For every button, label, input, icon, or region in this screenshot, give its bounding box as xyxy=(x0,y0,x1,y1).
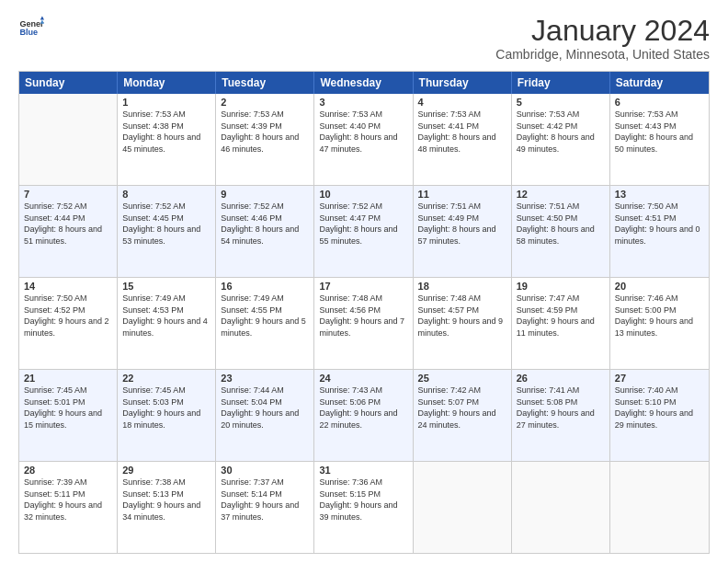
header-day-friday: Friday xyxy=(512,72,610,94)
day-number: 10 xyxy=(319,189,407,200)
header: General Blue January 2024 Cambridge, Min… xyxy=(18,15,710,62)
cell-info: Sunrise: 7:53 AM Sunset: 4:43 PM Dayligh… xyxy=(615,109,704,155)
calendar-cell: 10Sunrise: 7:52 AM Sunset: 4:47 PM Dayli… xyxy=(314,186,413,277)
cell-info: Sunrise: 7:41 AM Sunset: 5:08 PM Dayligh… xyxy=(517,385,605,431)
cell-info: Sunrise: 7:43 AM Sunset: 5:06 PM Dayligh… xyxy=(319,385,407,431)
header-day-saturday: Saturday xyxy=(610,72,709,94)
day-number: 28 xyxy=(24,465,112,476)
header-day-tuesday: Tuesday xyxy=(216,72,314,94)
day-number: 11 xyxy=(418,189,506,200)
cell-info: Sunrise: 7:52 AM Sunset: 4:44 PM Dayligh… xyxy=(24,201,112,247)
calendar-cell: 29Sunrise: 7:38 AM Sunset: 5:13 PM Dayli… xyxy=(118,462,216,553)
logo-icon: General Blue xyxy=(18,15,44,40)
calendar-cell: 13Sunrise: 7:50 AM Sunset: 4:51 PM Dayli… xyxy=(610,186,709,277)
day-number: 16 xyxy=(221,281,309,292)
calendar-cell: 30Sunrise: 7:37 AM Sunset: 5:14 PM Dayli… xyxy=(216,462,314,553)
calendar-cell: 18Sunrise: 7:48 AM Sunset: 4:57 PM Dayli… xyxy=(414,278,512,369)
day-number: 19 xyxy=(517,281,605,292)
day-number: 5 xyxy=(517,97,605,108)
cell-info: Sunrise: 7:45 AM Sunset: 5:03 PM Dayligh… xyxy=(122,385,210,431)
header-day-thursday: Thursday xyxy=(414,72,512,94)
day-number: 4 xyxy=(418,97,506,108)
calendar-cell xyxy=(414,462,512,553)
day-number: 21 xyxy=(24,373,112,384)
cell-info: Sunrise: 7:42 AM Sunset: 5:07 PM Dayligh… xyxy=(418,385,506,431)
calendar-cell: 17Sunrise: 7:48 AM Sunset: 4:56 PM Dayli… xyxy=(314,278,413,369)
cell-info: Sunrise: 7:50 AM Sunset: 4:51 PM Dayligh… xyxy=(615,201,704,247)
calendar-cell: 9Sunrise: 7:52 AM Sunset: 4:46 PM Daylig… xyxy=(216,186,314,277)
cell-info: Sunrise: 7:50 AM Sunset: 4:52 PM Dayligh… xyxy=(24,293,112,339)
cell-info: Sunrise: 7:39 AM Sunset: 5:11 PM Dayligh… xyxy=(24,477,112,523)
calendar-cell: 22Sunrise: 7:45 AM Sunset: 5:03 PM Dayli… xyxy=(118,370,216,461)
day-number: 2 xyxy=(221,97,309,108)
calendar-cell: 21Sunrise: 7:45 AM Sunset: 5:01 PM Dayli… xyxy=(19,370,118,461)
svg-text:Blue: Blue xyxy=(19,28,38,37)
calendar-body: 1Sunrise: 7:53 AM Sunset: 4:38 PM Daylig… xyxy=(19,94,709,553)
calendar-cell xyxy=(512,462,610,553)
calendar-cell: 12Sunrise: 7:51 AM Sunset: 4:50 PM Dayli… xyxy=(512,186,610,277)
cell-info: Sunrise: 7:52 AM Sunset: 4:46 PM Dayligh… xyxy=(221,201,309,247)
cell-info: Sunrise: 7:52 AM Sunset: 4:47 PM Dayligh… xyxy=(319,201,407,247)
cell-info: Sunrise: 7:51 AM Sunset: 4:50 PM Dayligh… xyxy=(517,201,605,247)
cell-info: Sunrise: 7:53 AM Sunset: 4:38 PM Dayligh… xyxy=(122,109,210,155)
calendar-cell: 5Sunrise: 7:53 AM Sunset: 4:42 PM Daylig… xyxy=(512,94,610,185)
calendar: SundayMondayTuesdayWednesdayThursdayFrid… xyxy=(18,71,710,554)
cell-info: Sunrise: 7:48 AM Sunset: 4:57 PM Dayligh… xyxy=(418,293,506,339)
cell-info: Sunrise: 7:47 AM Sunset: 4:59 PM Dayligh… xyxy=(517,293,605,339)
day-number: 26 xyxy=(517,373,605,384)
cell-info: Sunrise: 7:49 AM Sunset: 4:53 PM Dayligh… xyxy=(122,293,210,339)
cell-info: Sunrise: 7:36 AM Sunset: 5:15 PM Dayligh… xyxy=(319,477,407,523)
header-day-monday: Monday xyxy=(118,72,216,94)
day-number: 14 xyxy=(24,281,112,292)
cell-info: Sunrise: 7:53 AM Sunset: 4:41 PM Dayligh… xyxy=(418,109,506,155)
calendar-cell: 20Sunrise: 7:46 AM Sunset: 5:00 PM Dayli… xyxy=(610,278,709,369)
calendar-cell: 25Sunrise: 7:42 AM Sunset: 5:07 PM Dayli… xyxy=(414,370,512,461)
day-number: 30 xyxy=(221,465,309,476)
day-number: 23 xyxy=(221,373,309,384)
day-number: 7 xyxy=(24,189,112,200)
calendar-cell: 31Sunrise: 7:36 AM Sunset: 5:15 PM Dayli… xyxy=(314,462,413,553)
day-number: 27 xyxy=(615,373,704,384)
calendar-cell: 14Sunrise: 7:50 AM Sunset: 4:52 PM Dayli… xyxy=(19,278,118,369)
calendar-cell: 16Sunrise: 7:49 AM Sunset: 4:55 PM Dayli… xyxy=(216,278,314,369)
calendar-cell: 8Sunrise: 7:52 AM Sunset: 4:45 PM Daylig… xyxy=(118,186,216,277)
calendar-cell xyxy=(19,94,118,185)
day-number: 18 xyxy=(418,281,506,292)
day-number: 1 xyxy=(122,97,210,108)
calendar-row-1: 7Sunrise: 7:52 AM Sunset: 4:44 PM Daylig… xyxy=(19,185,709,277)
day-number: 3 xyxy=(319,97,407,108)
calendar-row-0: 1Sunrise: 7:53 AM Sunset: 4:38 PM Daylig… xyxy=(19,94,709,185)
svg-marker-2 xyxy=(40,16,44,19)
calendar-cell: 15Sunrise: 7:49 AM Sunset: 4:53 PM Dayli… xyxy=(118,278,216,369)
calendar-cell: 11Sunrise: 7:51 AM Sunset: 4:49 PM Dayli… xyxy=(414,186,512,277)
calendar-cell xyxy=(610,462,709,553)
day-number: 9 xyxy=(221,189,309,200)
calendar-header: SundayMondayTuesdayWednesdayThursdayFrid… xyxy=(19,72,709,94)
calendar-cell: 7Sunrise: 7:52 AM Sunset: 4:44 PM Daylig… xyxy=(19,186,118,277)
day-number: 12 xyxy=(517,189,605,200)
day-number: 13 xyxy=(615,189,704,200)
cell-info: Sunrise: 7:40 AM Sunset: 5:10 PM Dayligh… xyxy=(615,385,704,431)
header-day-wednesday: Wednesday xyxy=(314,72,413,94)
cell-info: Sunrise: 7:48 AM Sunset: 4:56 PM Dayligh… xyxy=(319,293,407,339)
calendar-cell: 24Sunrise: 7:43 AM Sunset: 5:06 PM Dayli… xyxy=(314,370,413,461)
day-number: 15 xyxy=(122,281,210,292)
title-block: January 2024 Cambridge, Minnesota, Unite… xyxy=(495,15,710,62)
header-day-sunday: Sunday xyxy=(19,72,118,94)
cell-info: Sunrise: 7:37 AM Sunset: 5:14 PM Dayligh… xyxy=(221,477,309,523)
cell-info: Sunrise: 7:45 AM Sunset: 5:01 PM Dayligh… xyxy=(24,385,112,431)
day-number: 29 xyxy=(122,465,210,476)
calendar-cell: 28Sunrise: 7:39 AM Sunset: 5:11 PM Dayli… xyxy=(19,462,118,553)
cell-info: Sunrise: 7:51 AM Sunset: 4:49 PM Dayligh… xyxy=(418,201,506,247)
day-number: 25 xyxy=(418,373,506,384)
cell-info: Sunrise: 7:44 AM Sunset: 5:04 PM Dayligh… xyxy=(221,385,309,431)
day-number: 24 xyxy=(319,373,407,384)
cell-info: Sunrise: 7:49 AM Sunset: 4:55 PM Dayligh… xyxy=(221,293,309,339)
day-number: 6 xyxy=(615,97,704,108)
logo: General Blue xyxy=(18,15,44,40)
subtitle: Cambridge, Minnesota, United States xyxy=(495,47,710,62)
page: General Blue January 2024 Cambridge, Min… xyxy=(0,0,728,563)
calendar-cell: 4Sunrise: 7:53 AM Sunset: 4:41 PM Daylig… xyxy=(414,94,512,185)
cell-info: Sunrise: 7:38 AM Sunset: 5:13 PM Dayligh… xyxy=(122,477,210,523)
day-number: 22 xyxy=(122,373,210,384)
